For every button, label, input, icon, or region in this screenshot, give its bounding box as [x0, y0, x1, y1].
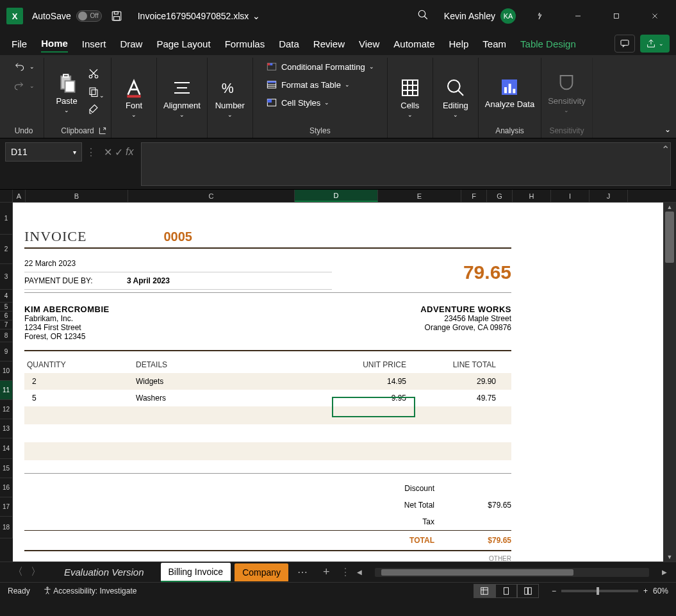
tab-automate[interactable]: Automate — [393, 36, 434, 52]
prev-sheet-button[interactable]: 〈 — [13, 565, 23, 579]
row-header-17[interactable]: 17 — [0, 497, 13, 517]
row-header-6[interactable]: 6 — [0, 312, 13, 320]
number-button[interactable]: % Number⌄ — [214, 76, 246, 118]
editing-button[interactable]: Editing⌄ — [440, 76, 472, 118]
format-as-table-button[interactable]: Format as Table ⌄ — [263, 78, 352, 91]
redo-button[interactable]: ⌄ — [10, 79, 37, 92]
cut-button[interactable] — [88, 68, 104, 82]
col-header-F[interactable]: F — [461, 190, 487, 202]
row-header-1[interactable]: 1 — [0, 203, 13, 235]
minimize-button[interactable] — [563, 6, 593, 26]
tab-page-layout[interactable]: Page Layout — [156, 36, 210, 52]
paste-button[interactable]: Paste⌄ — [51, 72, 83, 113]
col-header-G[interactable]: G — [487, 190, 513, 202]
scroll-up-arrow[interactable]: ▲ — [663, 203, 676, 212]
sheet-tab-billing[interactable]: Billing Invoice — [161, 563, 231, 582]
close-button[interactable] — [640, 6, 670, 26]
row-header-13[interactable]: 13 — [0, 419, 13, 438]
fx-icon[interactable]: fx — [126, 146, 133, 158]
font-button[interactable]: Font⌄ — [118, 76, 150, 118]
user-account[interactable]: Kevin Ashley KA — [444, 8, 516, 24]
col-header-J[interactable]: J — [589, 190, 628, 202]
tab-data[interactable]: Data — [279, 36, 299, 52]
ribbon-collapse-button[interactable]: ⌄ — [664, 125, 671, 134]
row-header-9[interactable]: 9 — [0, 342, 13, 362]
tab-file[interactable]: File — [12, 36, 27, 52]
row-header-5[interactable]: 5 — [0, 303, 13, 312]
normal-view-button[interactable] — [474, 584, 495, 598]
tab-home[interactable]: Home — [41, 35, 68, 53]
name-box[interactable]: D11▾ — [5, 142, 82, 162]
selected-cell[interactable] — [332, 397, 415, 417]
hscroll-thumb[interactable] — [381, 569, 573, 576]
scroll-right-arrow[interactable]: ▶ — [659, 569, 670, 576]
worksheet[interactable]: INVOICE 0005 22 March 2023 PAYMENT DUE B… — [13, 203, 663, 562]
cancel-formula-icon[interactable]: ✕ — [104, 146, 112, 158]
zoom-out-button[interactable]: − — [552, 587, 556, 595]
col-header-I[interactable]: I — [551, 190, 589, 202]
col-header-E[interactable]: E — [378, 190, 461, 202]
coming-soon-icon[interactable] — [525, 6, 554, 26]
undo-button[interactable]: ⌄ — [10, 60, 37, 73]
row-header-4[interactable]: 4 — [0, 290, 13, 303]
page-break-view-button[interactable] — [517, 584, 539, 598]
row-header-8[interactable]: 8 — [0, 329, 13, 342]
tab-formulas[interactable]: Formulas — [225, 36, 265, 52]
share-button[interactable]: ⌄ — [640, 35, 670, 53]
row-header-14[interactable]: 14 — [0, 438, 13, 459]
horizontal-scrollbar[interactable] — [375, 568, 649, 577]
scroll-left-arrow[interactable]: ◀ — [354, 569, 365, 576]
alignment-button[interactable]: Alignment⌄ — [163, 76, 201, 118]
tab-help[interactable]: Help — [449, 36, 469, 52]
tab-team[interactable]: Team — [482, 36, 506, 52]
enter-formula-icon[interactable]: ✓ — [115, 146, 123, 158]
clipboard-dialog-launcher[interactable] — [98, 126, 107, 135]
accessibility-status[interactable]: Accessibility: Investigate — [43, 586, 137, 595]
tab-table-design[interactable]: Table Design — [520, 36, 576, 52]
tab-insert[interactable]: Insert — [82, 36, 106, 52]
row-header-15[interactable]: 15 — [0, 459, 13, 478]
zoom-slider[interactable] — [561, 590, 638, 592]
zoom-in-button[interactable]: + — [643, 587, 648, 595]
conditional-formatting-button[interactable]: Conditional Formatting ⌄ — [263, 60, 377, 73]
row-header-11[interactable]: 11 — [0, 381, 13, 400]
comments-button[interactable] — [614, 35, 635, 53]
copy-button[interactable]: ⌄ — [88, 86, 104, 100]
tab-review[interactable]: Review — [313, 36, 345, 52]
cell-styles-button[interactable]: Cell Styles ⌄ — [263, 96, 332, 109]
autosave-toggle[interactable]: AutoSave Off — [32, 10, 102, 22]
expand-formula-bar[interactable]: ⌃ — [661, 144, 670, 156]
more-sheets-button[interactable]: ⋯ — [292, 566, 313, 578]
row-header-2[interactable]: 2 — [0, 235, 13, 264]
col-header-H[interactable]: H — [513, 190, 551, 202]
search-button[interactable] — [411, 9, 435, 23]
sheet-tab-company[interactable]: Company — [235, 563, 288, 581]
add-sheet-button[interactable]: + — [317, 565, 336, 579]
row-header-12[interactable]: 12 — [0, 400, 13, 419]
format-painter-button[interactable] — [88, 104, 104, 118]
col-header-B[interactable]: B — [26, 190, 128, 202]
col-header-C[interactable]: C — [128, 190, 295, 202]
save-icon[interactable] — [111, 10, 122, 22]
tab-view[interactable]: View — [359, 36, 379, 52]
formula-input[interactable] — [141, 142, 671, 186]
analyze-data-button[interactable]: Analyze Data — [485, 76, 534, 109]
zoom-level[interactable]: 60% — [653, 587, 668, 595]
page-layout-view-button[interactable] — [495, 584, 517, 598]
maximize-button[interactable] — [602, 6, 631, 26]
col-header-D[interactable]: D — [295, 190, 378, 202]
filename[interactable]: Invoice1679504970852.xlsx ⌄ — [138, 11, 261, 21]
row-header-3[interactable]: 3 — [0, 264, 13, 290]
row-header-16[interactable]: 16 — [0, 478, 13, 497]
cells-button[interactable]: Cells⌄ — [394, 76, 426, 118]
next-sheet-button[interactable]: 〉 — [31, 565, 41, 579]
select-all-button[interactable] — [0, 190, 13, 202]
row-header-10[interactable]: 10 — [0, 362, 13, 381]
row-header-18[interactable]: 18 — [0, 517, 13, 538]
toggle-switch[interactable]: Off — [76, 10, 102, 22]
vertical-scrollbar[interactable]: ▲ ▼ — [663, 203, 676, 562]
row-header-7[interactable]: 7 — [0, 320, 13, 329]
scroll-thumb[interactable] — [665, 212, 674, 263]
tab-draw[interactable]: Draw — [120, 36, 142, 52]
col-header-A[interactable]: A — [13, 190, 26, 202]
